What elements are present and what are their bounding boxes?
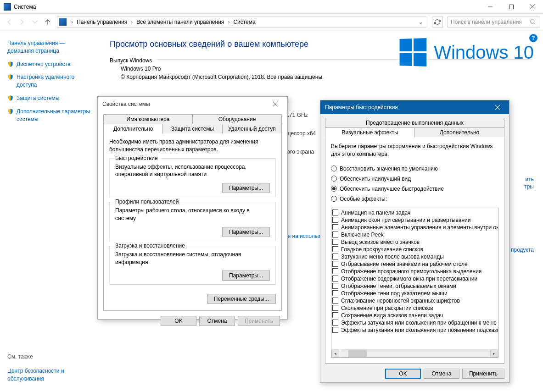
sidebar-link-protection[interactable]: Защита системы — [17, 94, 59, 102]
effect-item[interactable]: Включение Peek — [332, 231, 497, 238]
effect-item[interactable]: Эффекты затухания или скольжения при обр… — [332, 319, 497, 326]
partial-link[interactable]: тры — [524, 183, 534, 190]
recent-dropdown[interactable] — [29, 17, 40, 28]
chevron-right-icon[interactable]: › — [69, 19, 75, 25]
env-vars-button[interactable]: Переменные среды... — [207, 294, 276, 304]
checkbox[interactable] — [332, 276, 338, 282]
radio-custom[interactable]: Особые эффекты: — [331, 196, 498, 202]
radio-restore-defaults[interactable]: Восстановить значения по умолчанию — [331, 166, 498, 172]
search-input[interactable]: Поиск в панели управления — [448, 17, 539, 28]
chevron-right-icon[interactable]: › — [129, 19, 134, 25]
cancel-button[interactable]: Отмена — [424, 369, 459, 379]
effect-item[interactable]: Гладкое прокручивание списков — [332, 246, 497, 253]
checkbox[interactable] — [332, 268, 338, 274]
dialog-title-text: Свойства системы — [102, 101, 150, 107]
tab-remote[interactable]: Удаленный доступ — [222, 124, 282, 134]
dialog-close-button[interactable] — [268, 97, 283, 111]
effect-item[interactable]: Отображение теней, отбрасываемых окнами — [332, 282, 497, 290]
effect-item[interactable]: Анимированные элементы управления и элем… — [332, 224, 497, 231]
checkbox[interactable] — [332, 232, 338, 237]
up-button[interactable] — [42, 17, 53, 28]
checkbox[interactable] — [332, 312, 338, 318]
tab-hardware[interactable]: Оборудование — [192, 114, 282, 124]
ok-button[interactable]: OK — [161, 316, 196, 326]
sidebar-link-remote[interactable]: Настройка удаленного доступа — [17, 73, 91, 89]
partial-link[interactable]: ия на использ — [285, 233, 320, 239]
tab-visual-effects[interactable]: Визуальные эффекты — [325, 127, 415, 138]
windows-logo-icon — [400, 38, 427, 66]
effects-list[interactable]: Анимация на панели задачАнимация окон пр… — [331, 208, 498, 358]
apply-button[interactable]: Применить — [462, 369, 504, 379]
sidebar-link-device-manager[interactable]: Диспетчер устройств — [17, 61, 70, 68]
tab-computer-name[interactable]: Имя компьютера — [103, 114, 193, 124]
sidebar-link-advanced[interactable]: Дополнительные параметры системы — [17, 108, 91, 123]
checkbox[interactable] — [332, 217, 338, 223]
effect-item[interactable]: Анимация на панели задач — [332, 209, 497, 216]
breadcrumb-item[interactable]: Панель управления — [76, 19, 128, 25]
partial-link[interactable]: продукта — [511, 247, 534, 253]
checkbox[interactable] — [332, 239, 338, 245]
cancel-button[interactable]: Отмена — [199, 316, 235, 326]
breadcrumb-dropdown[interactable]: ⌄ — [417, 19, 425, 25]
checkbox[interactable] — [332, 327, 338, 333]
forward-button[interactable] — [17, 17, 28, 28]
checkbox[interactable] — [332, 305, 338, 311]
tab-protection[interactable]: Защита системы — [162, 124, 222, 134]
scroll-thumb[interactable] — [348, 350, 367, 357]
checkbox[interactable] — [332, 224, 338, 230]
radio-best-performance[interactable]: Обеспечить наилучшее быстродействие — [331, 186, 498, 192]
scroll-right-button[interactable]: ▸ — [490, 350, 498, 358]
partial-link[interactable]: ить — [526, 176, 534, 182]
checkbox[interactable] — [332, 246, 338, 252]
nav-toolbar: › Панель управления › Все элементы панел… — [0, 14, 543, 30]
checkbox[interactable] — [332, 320, 338, 326]
effect-item[interactable]: Отображение тени под указателем мыши — [332, 290, 497, 297]
checkbox[interactable] — [332, 254, 338, 259]
see-also-link[interactable]: Центр безопасности и обслуживания — [7, 367, 91, 383]
maximize-button[interactable] — [501, 0, 522, 14]
tab-advanced[interactable]: Дополнительно — [103, 124, 163, 134]
checkbox[interactable] — [332, 261, 338, 267]
effect-item[interactable]: Эффекты затухания или скольжения при поя… — [332, 326, 497, 334]
startup-settings-button[interactable]: Параметры... — [222, 271, 270, 281]
checkbox[interactable] — [332, 298, 338, 304]
effect-item[interactable]: Сохранение вида эскизов панели задач — [332, 312, 497, 319]
minimize-button[interactable] — [480, 0, 501, 14]
effect-item[interactable]: Отображение содержимого окна при перетас… — [332, 275, 497, 282]
effect-item[interactable]: Затухание меню после вызова команды — [332, 253, 497, 260]
refresh-button[interactable] — [432, 17, 443, 28]
horizontal-scrollbar[interactable]: ◂ ▸ — [331, 349, 498, 357]
effect-item[interactable]: Отображение прозрачного прямоугольника в… — [332, 268, 497, 275]
apply-button[interactable]: Применить — [238, 316, 280, 326]
partial-text: 2.71 GHz — [285, 112, 308, 118]
profiles-settings-button[interactable]: Параметры... — [222, 227, 270, 237]
effect-item[interactable]: Отбрасывание теней значками на рабочем с… — [332, 260, 497, 268]
tab-dep[interactable]: Предотвращение выполнения данных — [325, 118, 504, 128]
shield-icon — [7, 95, 14, 101]
checkbox[interactable] — [332, 283, 338, 289]
breadcrumb[interactable]: › Панель управления › Все элементы панел… — [57, 17, 427, 28]
effect-item[interactable]: Скольжение при раскрытии списков — [332, 304, 497, 312]
scroll-left-button[interactable]: ◂ — [331, 350, 339, 358]
ok-button[interactable]: OK — [385, 369, 421, 379]
effect-item[interactable]: Вывод эскизов вместо значков — [332, 238, 497, 246]
svg-rect-1 — [509, 5, 514, 9]
breadcrumb-item[interactable]: Система — [232, 19, 256, 25]
control-panel-home-link[interactable]: Панель управления — домашняя страница — [7, 39, 91, 55]
effect-label: Эффекты затухания или скольжения при поя… — [341, 327, 498, 333]
group-label: Быстродействие — [113, 155, 160, 161]
effect-label: Гладкое прокручивание списков — [341, 246, 423, 253]
effect-item[interactable]: Сглаживание неровностей экранных шрифтов — [332, 297, 497, 304]
tab-advanced[interactable]: Дополнительно — [414, 127, 504, 138]
checkbox[interactable] — [332, 290, 338, 296]
breadcrumb-item[interactable]: Все элементы панели управления — [135, 19, 225, 25]
effect-label: Сглаживание неровностей экранных шрифтов — [341, 298, 460, 304]
close-button[interactable] — [522, 0, 543, 14]
dialog-close-button[interactable] — [491, 100, 504, 114]
back-button[interactable] — [4, 17, 15, 28]
chevron-right-icon[interactable]: › — [226, 19, 231, 25]
radio-best-appearance[interactable]: Обеспечить наилучший вид — [331, 176, 498, 182]
checkbox[interactable] — [332, 210, 338, 215]
performance-settings-button[interactable]: Параметры... — [222, 183, 270, 193]
effect-item[interactable]: Анимация окон при свертывании и разверты… — [332, 216, 497, 224]
